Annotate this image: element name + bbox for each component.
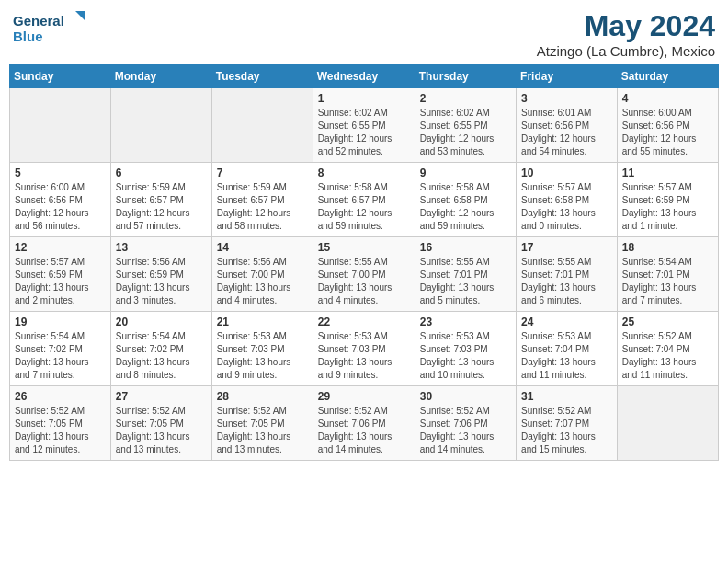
week-row-5: 26Sunrise: 5:52 AM Sunset: 7:05 PM Dayli…	[10, 386, 719, 461]
calendar-cell: 15Sunrise: 5:55 AM Sunset: 7:00 PM Dayli…	[313, 237, 415, 312]
logo-svg: General Blue	[13, 9, 86, 46]
cell-info-text: Sunrise: 5:52 AM Sunset: 7:04 PM Dayligh…	[622, 330, 713, 382]
calendar-cell	[110, 88, 211, 163]
cell-day-number: 13	[116, 241, 207, 254]
calendar-cell: 19Sunrise: 5:54 AM Sunset: 7:02 PM Dayli…	[10, 312, 111, 386]
cell-day-number: 29	[318, 390, 410, 403]
cell-info-text: Sunrise: 5:54 AM Sunset: 7:02 PM Dayligh…	[116, 330, 207, 382]
calendar-cell: 16Sunrise: 5:55 AM Sunset: 7:01 PM Dayli…	[415, 237, 516, 312]
svg-text:Blue: Blue	[13, 29, 43, 44]
cell-info-text: Sunrise: 5:52 AM Sunset: 7:05 PM Dayligh…	[217, 405, 308, 456]
header-thursday: Thursday	[415, 65, 516, 88]
cell-day-number: 17	[521, 241, 612, 254]
cell-day-number: 24	[521, 316, 612, 328]
cell-day-number: 9	[420, 167, 511, 179]
cell-day-number: 22	[318, 316, 410, 328]
calendar-cell: 3Sunrise: 6:01 AM Sunset: 6:56 PM Daylig…	[517, 88, 618, 163]
cell-info-text: Sunrise: 5:53 AM Sunset: 7:03 PM Dayligh…	[420, 330, 511, 382]
calendar-cell	[617, 386, 718, 461]
header-wednesday: Wednesday	[313, 65, 415, 88]
cell-day-number: 3	[521, 92, 612, 105]
calendar-cell: 25Sunrise: 5:52 AM Sunset: 7:04 PM Dayli…	[617, 312, 718, 386]
cell-info-text: Sunrise: 5:55 AM Sunset: 7:00 PM Dayligh…	[318, 256, 410, 307]
cell-info-text: Sunrise: 5:56 AM Sunset: 7:00 PM Dayligh…	[217, 256, 308, 307]
calendar-cell: 20Sunrise: 5:54 AM Sunset: 7:02 PM Dayli…	[110, 312, 211, 386]
calendar-cell: 12Sunrise: 5:57 AM Sunset: 6:59 PM Dayli…	[10, 237, 111, 312]
cell-day-number: 10	[521, 167, 612, 179]
cell-info-text: Sunrise: 5:52 AM Sunset: 7:06 PM Dayligh…	[318, 405, 410, 456]
cell-day-number: 18	[622, 241, 713, 254]
calendar-cell: 5Sunrise: 6:00 AM Sunset: 6:56 PM Daylig…	[10, 163, 111, 237]
cell-day-number: 19	[15, 316, 106, 328]
cell-info-text: Sunrise: 6:02 AM Sunset: 6:55 PM Dayligh…	[420, 107, 511, 158]
header-saturday: Saturday	[617, 65, 718, 88]
calendar-cell: 4Sunrise: 6:00 AM Sunset: 6:56 PM Daylig…	[617, 88, 718, 163]
logo: General Blue	[13, 9, 86, 46]
cell-info-text: Sunrise: 5:53 AM Sunset: 7:04 PM Dayligh…	[521, 330, 612, 382]
calendar-cell: 14Sunrise: 5:56 AM Sunset: 7:00 PM Dayli…	[211, 237, 313, 312]
header-sunday: Sunday	[10, 65, 111, 88]
calendar-cell: 10Sunrise: 5:57 AM Sunset: 6:58 PM Dayli…	[517, 163, 618, 237]
header-friday: Friday	[517, 65, 618, 88]
cell-day-number: 27	[116, 390, 207, 403]
calendar-table: SundayMondayTuesdayWednesdayThursdayFrid…	[9, 64, 719, 461]
cell-day-number: 25	[622, 316, 713, 328]
calendar-cell: 26Sunrise: 5:52 AM Sunset: 7:05 PM Dayli…	[10, 386, 111, 461]
title-block: May 2024 Atzingo (La Cumbre), Mexico	[537, 9, 715, 59]
cell-day-number: 12	[15, 241, 106, 254]
cell-day-number: 20	[116, 316, 207, 328]
calendar-cell: 9Sunrise: 5:58 AM Sunset: 6:58 PM Daylig…	[415, 163, 516, 237]
cell-info-text: Sunrise: 6:01 AM Sunset: 6:56 PM Dayligh…	[521, 107, 612, 158]
calendar-cell: 6Sunrise: 5:59 AM Sunset: 6:57 PM Daylig…	[110, 163, 211, 237]
calendar-title: May 2024	[537, 9, 715, 43]
cell-info-text: Sunrise: 5:53 AM Sunset: 7:03 PM Dayligh…	[318, 330, 410, 382]
cell-day-number: 15	[318, 241, 410, 254]
cell-info-text: Sunrise: 5:54 AM Sunset: 7:01 PM Dayligh…	[622, 256, 713, 307]
cell-day-number: 26	[15, 390, 106, 403]
cell-day-number: 7	[217, 167, 308, 179]
calendar-cell: 21Sunrise: 5:53 AM Sunset: 7:03 PM Dayli…	[211, 312, 313, 386]
cell-day-number: 1	[318, 92, 410, 105]
calendar-cell: 27Sunrise: 5:52 AM Sunset: 7:05 PM Dayli…	[110, 386, 211, 461]
calendar-cell: 11Sunrise: 5:57 AM Sunset: 6:59 PM Dayli…	[617, 163, 718, 237]
calendar-cell: 30Sunrise: 5:52 AM Sunset: 7:06 PM Dayli…	[415, 386, 516, 461]
cell-info-text: Sunrise: 5:56 AM Sunset: 6:59 PM Dayligh…	[116, 256, 207, 307]
week-row-3: 12Sunrise: 5:57 AM Sunset: 6:59 PM Dayli…	[10, 237, 719, 312]
week-row-2: 5Sunrise: 6:00 AM Sunset: 6:56 PM Daylig…	[10, 163, 719, 237]
calendar-cell: 13Sunrise: 5:56 AM Sunset: 6:59 PM Dayli…	[110, 237, 211, 312]
page-header: General Blue May 2024 Atzingo (La Cumbre…	[9, 9, 719, 59]
cell-info-text: Sunrise: 5:57 AM Sunset: 6:59 PM Dayligh…	[622, 181, 713, 233]
cell-day-number: 6	[116, 167, 207, 179]
header-monday: Monday	[110, 65, 211, 88]
cell-info-text: Sunrise: 5:59 AM Sunset: 6:57 PM Dayligh…	[217, 181, 308, 233]
svg-marker-2	[75, 11, 85, 20]
calendar-cell: 17Sunrise: 5:55 AM Sunset: 7:01 PM Dayli…	[517, 237, 618, 312]
week-row-1: 1Sunrise: 6:02 AM Sunset: 6:55 PM Daylig…	[10, 88, 719, 163]
cell-info-text: Sunrise: 6:02 AM Sunset: 6:55 PM Dayligh…	[318, 107, 410, 158]
svg-text:General: General	[13, 13, 64, 29]
calendar-cell: 31Sunrise: 5:52 AM Sunset: 7:07 PM Dayli…	[517, 386, 618, 461]
cell-day-number: 23	[420, 316, 511, 328]
calendar-cell: 22Sunrise: 5:53 AM Sunset: 7:03 PM Dayli…	[313, 312, 415, 386]
cell-info-text: Sunrise: 5:58 AM Sunset: 6:57 PM Dayligh…	[318, 181, 410, 233]
calendar-cell: 7Sunrise: 5:59 AM Sunset: 6:57 PM Daylig…	[211, 163, 313, 237]
cell-day-number: 14	[217, 241, 308, 254]
calendar-cell: 1Sunrise: 6:02 AM Sunset: 6:55 PM Daylig…	[313, 88, 415, 163]
cell-info-text: Sunrise: 5:52 AM Sunset: 7:05 PM Dayligh…	[15, 405, 106, 456]
header-tuesday: Tuesday	[211, 65, 313, 88]
cell-info-text: Sunrise: 5:57 AM Sunset: 6:59 PM Dayligh…	[15, 256, 106, 307]
cell-info-text: Sunrise: 5:53 AM Sunset: 7:03 PM Dayligh…	[217, 330, 308, 382]
cell-info-text: Sunrise: 5:58 AM Sunset: 6:58 PM Dayligh…	[420, 181, 511, 233]
calendar-cell: 23Sunrise: 5:53 AM Sunset: 7:03 PM Dayli…	[415, 312, 516, 386]
cell-info-text: Sunrise: 5:52 AM Sunset: 7:05 PM Dayligh…	[116, 405, 207, 456]
week-row-4: 19Sunrise: 5:54 AM Sunset: 7:02 PM Dayli…	[10, 312, 719, 386]
cell-day-number: 4	[622, 92, 713, 105]
cell-day-number: 8	[318, 167, 410, 179]
cell-day-number: 16	[420, 241, 511, 254]
calendar-cell	[10, 88, 111, 163]
cell-info-text: Sunrise: 5:55 AM Sunset: 7:01 PM Dayligh…	[420, 256, 511, 307]
calendar-cell: 8Sunrise: 5:58 AM Sunset: 6:57 PM Daylig…	[313, 163, 415, 237]
calendar-cell: 28Sunrise: 5:52 AM Sunset: 7:05 PM Dayli…	[211, 386, 313, 461]
cell-day-number: 2	[420, 92, 511, 105]
calendar-cell: 2Sunrise: 6:02 AM Sunset: 6:55 PM Daylig…	[415, 88, 516, 163]
